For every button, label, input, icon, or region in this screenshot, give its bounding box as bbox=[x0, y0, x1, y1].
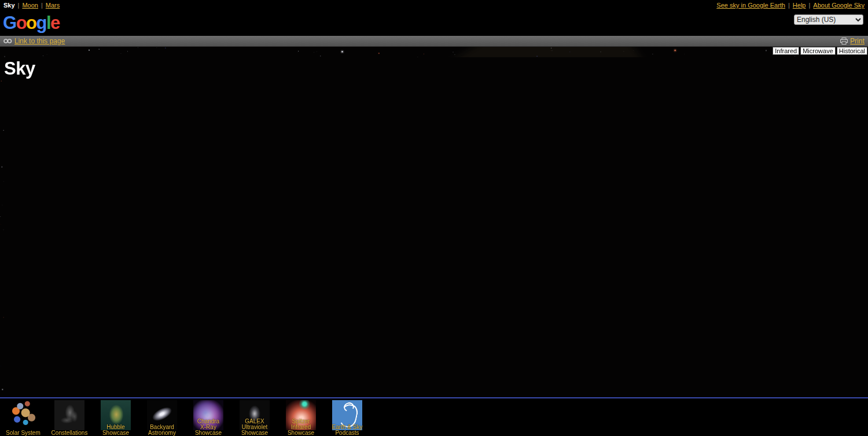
constellations-thumbnail[interactable] bbox=[54, 400, 84, 430]
logo-letter: g bbox=[36, 13, 46, 33]
showcase-label: GALEX Ultraviolet Showcase bbox=[229, 419, 280, 436]
nav-link-see-sky-in-google-earth[interactable]: See sky in Google Earth bbox=[716, 2, 785, 9]
logo-letter: o bbox=[16, 13, 26, 33]
layer-button-historical[interactable]: Historical bbox=[837, 47, 867, 55]
link-print-bar: Link to this page Print bbox=[0, 36, 868, 47]
showcase-item-solar-system[interactable]: Solar System bbox=[0, 398, 46, 436]
logo-letter: l bbox=[46, 13, 50, 33]
showcase-item-spitzer-infrared[interactable]: Spitzer Infrared Showcase bbox=[278, 398, 324, 436]
showcase-label: Spitzer Infrared Showcase bbox=[275, 419, 326, 436]
link-to-this-page-link[interactable]: Link to this page bbox=[14, 37, 65, 45]
showcase-label: Solar System bbox=[0, 430, 49, 436]
top-nav-left: Sky | Moon | Mars bbox=[3, 2, 60, 9]
logo-letter: o bbox=[26, 13, 36, 33]
showcase-item-earth-sky-podcasts[interactable]: Earth & Sky Podcasts bbox=[324, 398, 370, 436]
nav-current-sky: Sky bbox=[3, 2, 15, 9]
showcase-item-hubble-showcase[interactable]: Hubble Showcase bbox=[93, 398, 139, 436]
showcase-item-constellations[interactable]: Constellations bbox=[46, 398, 93, 436]
google-sky-app: Sky | Moon | Mars See sky in Google Eart… bbox=[0, 0, 868, 436]
separator: | bbox=[788, 2, 790, 9]
showcase-label: Backyard Astronomy bbox=[137, 424, 187, 436]
logo-letter: G bbox=[3, 13, 16, 33]
showcase-item-galex-ultraviolet[interactable]: GALEX Ultraviolet Showcase bbox=[231, 398, 278, 436]
google-logo-letters: Google bbox=[3, 13, 60, 33]
nav-link-moon[interactable]: Moon bbox=[22, 2, 38, 9]
showcase-item-backyard-astronomy[interactable]: Backyard Astronomy bbox=[139, 398, 185, 436]
showcase-label: Constellations bbox=[44, 430, 95, 436]
language-select[interactable]: English (US) bbox=[794, 14, 863, 25]
top-nav-right: See sky in Google Earth | Help | About G… bbox=[716, 2, 865, 9]
showcase-label: Chandra X-Ray Showcase bbox=[183, 419, 234, 436]
logo-sky-text: Sky bbox=[4, 57, 868, 408]
print-group: Print bbox=[840, 37, 865, 45]
header: GoogleSky English (US) bbox=[0, 10, 868, 36]
google-sky-logo: GoogleSky bbox=[3, 12, 60, 35]
separator: | bbox=[808, 2, 810, 9]
nav-link-help[interactable]: Help bbox=[793, 2, 806, 9]
layer-button-infrared[interactable]: Infrared bbox=[773, 47, 799, 55]
print-link[interactable]: Print bbox=[850, 37, 865, 45]
top-nav: Sky | Moon | Mars See sky in Google Eart… bbox=[0, 0, 868, 10]
showcase-label: Hubble Showcase bbox=[90, 424, 141, 436]
showcase-label: Earth & Sky Podcasts bbox=[322, 424, 373, 436]
link-chain-icon bbox=[3, 38, 12, 44]
separator: | bbox=[41, 2, 43, 9]
showcase-toolbar: Solar SystemConstellationsHubble Showcas… bbox=[0, 397, 868, 436]
nav-link-about-google-sky[interactable]: About Google Sky bbox=[813, 2, 865, 9]
link-group: Link to this page bbox=[3, 37, 65, 45]
layer-button-microwave[interactable]: Microwave bbox=[800, 47, 836, 55]
showcase-item-chandra-xray[interactable]: Chandra X-Ray Showcase bbox=[185, 398, 231, 436]
printer-icon bbox=[840, 38, 848, 45]
logo-letter: e bbox=[50, 13, 60, 33]
solar-system-thumbnail[interactable] bbox=[8, 400, 38, 430]
nav-link-mars[interactable]: Mars bbox=[46, 2, 60, 9]
layer-buttons: InfraredMicrowaveHistorical bbox=[773, 47, 867, 55]
separator: | bbox=[18, 2, 20, 9]
